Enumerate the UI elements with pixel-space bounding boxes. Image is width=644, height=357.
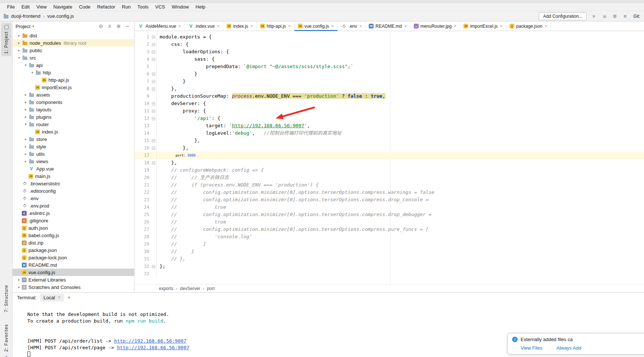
tree-item-node_modules[interactable]: ▸node_moduleslibrary root bbox=[13, 39, 134, 47]
menu-run[interactable]: Run bbox=[119, 3, 134, 10]
menu-tools[interactable]: Tools bbox=[134, 3, 152, 10]
tool-button-structure[interactable]: 7: Structure bbox=[1, 285, 11, 312]
code-line-20[interactable]: 20 // // 生产去除日志 bbox=[134, 174, 644, 181]
close-icon[interactable]: × bbox=[251, 24, 253, 29]
menu-view[interactable]: View bbox=[33, 3, 50, 10]
code-line-22[interactable]: 22 // config.optimization.minimizer[0].o… bbox=[134, 189, 644, 196]
fold-icon[interactable] bbox=[152, 110, 155, 113]
fold-icon[interactable] bbox=[152, 139, 155, 142]
code-line-2[interactable]: 2 css: { bbox=[134, 41, 644, 48]
code-line-9[interactable]: 9 productionSourceMap: process.env.NODE_… bbox=[134, 92, 644, 100]
tree-item-.env.prod[interactable]: .env.prod bbox=[13, 202, 134, 209]
close-icon[interactable]: × bbox=[217, 24, 219, 29]
fold-icon[interactable] bbox=[152, 50, 155, 54]
tree-item-api[interactable]: ▾api bbox=[13, 61, 134, 69]
fold-icon[interactable] bbox=[152, 87, 155, 91]
tree-item-store[interactable]: ▸store bbox=[13, 135, 134, 143]
project-panel-title[interactable]: Project ▾ bbox=[16, 24, 34, 29]
stop-icon[interactable] bbox=[622, 13, 628, 19]
code-line-28[interactable]: 28 // 'console.log' bbox=[134, 233, 644, 240]
code-line-4[interactable]: 4 sass: { bbox=[134, 55, 644, 63]
code-line-7[interactable]: 7 } bbox=[134, 78, 644, 85]
editor-tab-AsideMenu.vue[interactable]: VAsideMenu.vue× bbox=[134, 21, 185, 31]
code-line-33[interactable]: 33 bbox=[134, 270, 644, 277]
run-icon[interactable] bbox=[591, 13, 597, 19]
tree-item-http-api.js[interactable]: JShttp-api.js bbox=[13, 76, 134, 84]
chevron-right-icon[interactable]: ▸ bbox=[23, 108, 28, 111]
chevron-right-icon[interactable]: ▸ bbox=[23, 115, 28, 119]
tree-item-dist[interactable]: ▸dist bbox=[13, 32, 134, 39]
settings-gear-icon[interactable] bbox=[115, 23, 122, 30]
editor-tab-README.md[interactable]: MREADME.md× bbox=[365, 21, 410, 31]
chevron-down-icon[interactable]: ▾ bbox=[23, 63, 28, 67]
code-line-10[interactable]: 10 devServer: { bbox=[134, 100, 644, 107]
tree-item-auth.json[interactable]: {}auth.json bbox=[13, 224, 134, 232]
menu-vcs[interactable]: VCS bbox=[152, 3, 168, 10]
chevron-right-icon[interactable]: ▸ bbox=[16, 278, 22, 282]
code-line-8[interactable]: 8 }, bbox=[134, 85, 644, 92]
chevron-right-icon[interactable]: ▸ bbox=[23, 159, 28, 163]
chevron-right-icon[interactable]: ▸ bbox=[23, 152, 28, 156]
chevron-right-icon[interactable]: ▸ bbox=[16, 41, 22, 45]
fold-icon[interactable] bbox=[152, 58, 155, 61]
chevron-right-icon[interactable]: ▸ bbox=[16, 48, 22, 52]
tree-item-public[interactable]: ▸public bbox=[13, 47, 134, 54]
fold-icon[interactable] bbox=[152, 117, 155, 120]
tree-item-components[interactable]: ▸components bbox=[13, 98, 134, 106]
close-icon[interactable]: × bbox=[404, 24, 407, 29]
code-line-24[interactable]: 24 // true bbox=[134, 203, 644, 211]
code-line-16[interactable]: 16 }, bbox=[134, 144, 644, 152]
tree-item-.browserslistrc[interactable]: .browserslistrc bbox=[13, 180, 134, 187]
close-icon[interactable]: × bbox=[288, 24, 291, 29]
tree-item-layouts[interactable]: ▸layouts bbox=[13, 106, 134, 113]
tree-item-src[interactable]: ▾src bbox=[13, 54, 134, 61]
tree-item-.eslintrc.js[interactable]: E.eslintrc.js bbox=[13, 209, 134, 217]
notification-link[interactable]: View Files bbox=[521, 345, 542, 351]
code-line-1[interactable]: 1module.exports = { bbox=[134, 33, 644, 41]
tree-item-plugins[interactable]: ▸plugins bbox=[13, 113, 134, 121]
editor-tab-importExcel.js[interactable]: JSimportExcel.js× bbox=[460, 21, 506, 31]
code-line-17[interactable]: 17 port: 8008 bbox=[134, 152, 644, 159]
terminal-tab-Local[interactable]: Local× bbox=[40, 294, 64, 302]
editor-tab-index.vue[interactable]: Vindex.vue× bbox=[185, 21, 223, 31]
chevron-right-icon[interactable]: ▸ bbox=[16, 34, 22, 37]
close-icon[interactable]: × bbox=[545, 24, 547, 29]
fold-icon[interactable] bbox=[152, 73, 155, 76]
code-line-26[interactable]: 26 // true bbox=[134, 218, 644, 226]
chevron-down-icon[interactable]: ▾ bbox=[30, 71, 35, 74]
add-configuration-button[interactable]: Add Configuration... bbox=[539, 12, 587, 20]
code-line-19[interactable]: 19 // configureWebpack: config => { bbox=[134, 166, 644, 174]
tree-item-App.vue[interactable]: VApp.vue bbox=[13, 165, 134, 172]
tree-item-http[interactable]: ▾http bbox=[13, 69, 134, 76]
editor-tab-package.json[interactable]: {}package.json× bbox=[506, 21, 551, 31]
tree-item-package.json[interactable]: {}package.json bbox=[13, 246, 134, 254]
notification-link[interactable]: Always Add bbox=[556, 345, 581, 351]
tool-button-project[interactable]: 1: Project bbox=[1, 23, 11, 56]
fold-icon[interactable] bbox=[152, 80, 155, 83]
code-line-14[interactable]: 14 logLevel:'debug', //控制台终端打印代理前的真实地址 bbox=[134, 129, 644, 137]
menu-refactor[interactable]: Refactor bbox=[94, 3, 119, 10]
git-label[interactable]: Git: bbox=[633, 14, 640, 19]
editor-tab-menuRouter.jpg[interactable]: ▲menuRouter.jpg× bbox=[410, 21, 460, 31]
code-area[interactable]: 1module.exports = {2 css: {3 loaderOptio… bbox=[134, 31, 644, 284]
tree-item-views[interactable]: ▸views bbox=[13, 158, 134, 165]
code-line-18[interactable]: 18 }, bbox=[134, 159, 644, 166]
menu-help[interactable]: Help bbox=[192, 3, 209, 10]
editor-breadcrumb-item[interactable]: port bbox=[207, 286, 215, 291]
fold-icon[interactable] bbox=[152, 36, 155, 39]
tree-item-.env[interactable]: .env bbox=[13, 195, 134, 202]
tree-item-assets[interactable]: ▸assets bbox=[13, 91, 134, 98]
editor-breadcrumb-item[interactable]: exports bbox=[159, 286, 173, 291]
tree-item-External Libraries[interactable]: ▸≡External Libraries bbox=[13, 276, 134, 283]
code-line-31[interactable]: 31 // }, bbox=[134, 255, 644, 263]
code-line-15[interactable]: 15 }, bbox=[134, 137, 644, 144]
editor-breadcrumb-item[interactable]: devServer bbox=[180, 286, 200, 291]
close-icon[interactable]: × bbox=[178, 24, 181, 29]
tree-item-README.md[interactable]: MREADME.md bbox=[13, 261, 134, 269]
chevron-right-icon[interactable]: ▸ bbox=[16, 285, 22, 289]
collapse-all-icon[interactable] bbox=[106, 23, 113, 30]
code-line-11[interactable]: 11 proxy: { bbox=[134, 107, 644, 115]
close-icon[interactable]: × bbox=[331, 24, 334, 29]
chevron-right-icon[interactable]: ▸ bbox=[23, 100, 28, 104]
locate-icon[interactable] bbox=[97, 23, 105, 30]
